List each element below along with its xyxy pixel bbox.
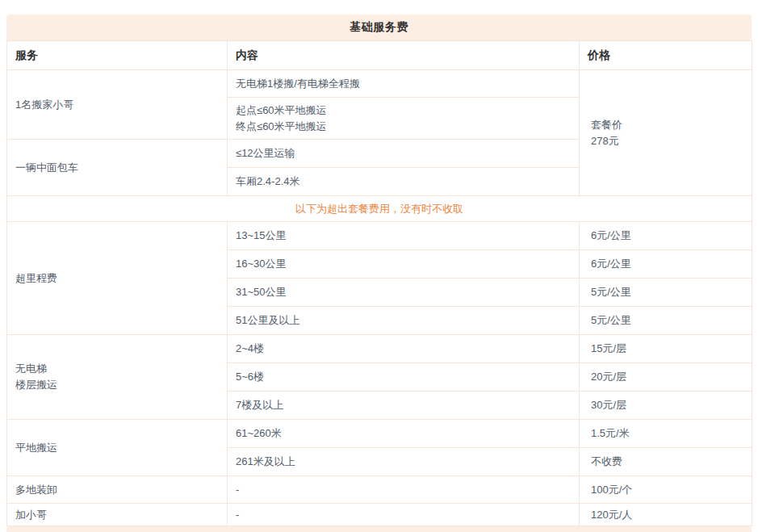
- note-text: 以下为超出套餐费用，没有时不收取: [7, 196, 752, 222]
- content-cell: 261米及以上: [228, 448, 580, 476]
- price-cell: 6元/公里: [580, 222, 752, 250]
- content-line: 起点≤60米平地搬运: [236, 103, 571, 119]
- content-cell: 2~4楼: [228, 335, 580, 363]
- table-row: 加小哥 - 120元/人: [7, 504, 752, 526]
- table-row: 无电梯 楼层搬运 2~4楼 15元/层: [7, 335, 752, 363]
- price-cell: 20元/层: [580, 363, 752, 392]
- content-cell: -: [228, 504, 580, 526]
- price-cell: 5元/公里: [580, 279, 752, 307]
- content-cell: 13~15公里: [228, 222, 580, 250]
- content-cell: 61~260米: [228, 420, 580, 448]
- service-cell: 无电梯 楼层搬运: [7, 335, 228, 420]
- pricing-table: 服务 内容 价格 1名搬家小哥 无电梯1楼搬/有电梯全程搬 套餐价 278元 起…: [6, 40, 752, 526]
- content-cell: 无电梯1楼搬/有电梯全程搬: [228, 70, 580, 98]
- content-cell: 51公里及以上: [228, 307, 580, 335]
- price-cell: 不收费: [580, 448, 752, 476]
- service-cell: 1名搬家小哥: [7, 70, 228, 140]
- column-header-price: 价格: [580, 41, 752, 70]
- next-section-header-partial: [6, 526, 752, 532]
- content-cell: -: [228, 476, 580, 504]
- price-cell: 30元/层: [580, 392, 752, 420]
- content-cell: 16~30公里: [228, 250, 580, 279]
- service-cell: 一辆中面包车: [7, 140, 228, 196]
- package-price-value: 278元: [591, 133, 743, 149]
- content-cell: 5~6楼: [228, 363, 580, 392]
- table-title: 基础服务费: [6, 15, 752, 40]
- price-cell: 1.5元/米: [580, 420, 752, 448]
- content-cell: 31~50公里: [228, 279, 580, 307]
- service-cell: 加小哥: [7, 504, 228, 526]
- price-cell: 6元/公里: [580, 250, 752, 279]
- service-cell: 平地搬运: [7, 420, 228, 476]
- service-cell: 超里程费: [7, 222, 228, 335]
- content-cell: 起点≤60米平地搬运 终点≤60米平地搬运: [228, 98, 580, 140]
- content-cell: 车厢2.4-2.4米: [228, 168, 580, 196]
- service-line: 无电梯: [15, 361, 219, 377]
- table-row: 超里程费 13~15公里 6元/公里: [7, 222, 752, 250]
- column-header-service: 服务: [7, 41, 228, 70]
- price-cell: 120元/人: [580, 504, 752, 526]
- price-cell: 5元/公里: [580, 307, 752, 335]
- package-price-cell: 套餐价 278元: [580, 70, 752, 196]
- service-line: 楼层搬运: [15, 377, 219, 393]
- service-cell: 多地装卸: [7, 476, 228, 504]
- table-row: 多地装卸 - 100元/个: [7, 476, 752, 504]
- price-cell: 100元/个: [580, 476, 752, 504]
- table-row: 平地搬运 61~260米 1.5元/米: [7, 420, 752, 448]
- content-line: 终点≤60米平地搬运: [236, 119, 571, 135]
- column-header-content: 内容: [228, 41, 580, 70]
- column-header-row: 服务 内容 价格: [7, 41, 752, 70]
- price-cell: 15元/层: [580, 335, 752, 363]
- package-price-label: 套餐价: [591, 117, 743, 133]
- table-row: 1名搬家小哥 无电梯1楼搬/有电梯全程搬 套餐价 278元: [7, 70, 752, 98]
- note-row: 以下为超出套餐费用，没有时不收取: [7, 196, 752, 222]
- content-cell: 7楼及以上: [228, 392, 580, 420]
- pricing-card: 基础服务费 服务 内容 价格 1名搬家小哥 无电梯1楼搬/有电梯全程搬 套餐价 …: [6, 15, 752, 532]
- content-cell: ≤12公里运输: [228, 140, 580, 168]
